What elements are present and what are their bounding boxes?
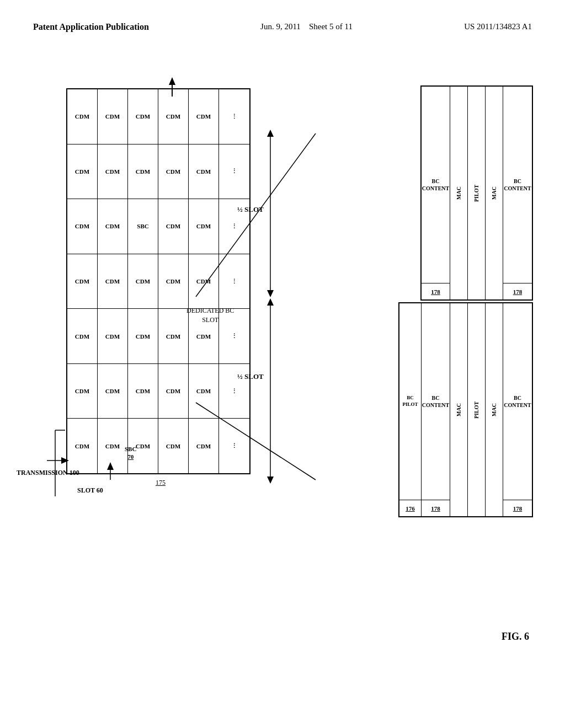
svg-marker-7 [267,130,274,137]
svg-marker-11 [267,477,274,484]
patent-number: US 2011/134823 A1 [464,22,532,31]
grid-col-2: CDM CDM CDM CDM CDM CDM CDM [98,89,128,473]
exp-bot-bc-content-2: BCCONTENT 178 [503,303,532,516]
cell-cdm-4-1: CDM [158,89,188,144]
exp-top-bc-content: BCCONTENT 178 [422,87,450,299]
expanded-bottom-slot: BCPILOT 176 BCCONTENT 178 MAC PILOT MAC … [398,302,533,517]
label-178-bot: 178 [422,500,450,516]
half-slot-bottom: ½ SLOT [237,372,264,381]
cell-cdm-5-6: CDM [189,364,218,419]
cell-cdm-1: CDM [67,89,97,144]
cell-cdm-3-2: CDM [128,144,158,200]
cell-sbc: SBC [128,199,158,254]
svg-marker-8 [267,290,274,297]
cell-cdm-2-3: CDM [98,199,127,254]
main-grid: CDM CDM CDM CDM CDM CDM CDM CDM CDM CDM … [66,88,250,474]
exp-top-bc-content-2: BCCONTENT 178 [503,87,532,299]
publication-date: Jun. 9, 2011 [260,22,301,31]
slot-60-label: SLOT 60 [77,486,103,494]
cell-dots-7: ⋮ [219,419,249,473]
exp-bot-bc-content: BCCONTENT 178 [422,303,450,516]
grid-col-sbc: CDM CDM SBC CDM CDM CDM CDM [128,89,158,473]
cell-cdm-3-5: CDM [128,309,158,364]
cell-cdm-3-1: CDM [128,89,158,144]
cell-cdm-4-2: CDM [158,144,188,200]
cell-cdm-5-3: CDM [189,199,218,254]
grid-col-5: CDM CDM CDM CDM CDM CDM CDM [189,89,219,473]
cell-cdm-2-7: CDM [98,419,127,473]
cell-cdm-5-2: CDM [189,144,218,200]
cell-cdm-5: CDM [67,309,97,364]
svg-marker-10 [267,298,274,306]
cell-cdm-5-7: CDM [189,419,218,473]
exp-bot-pilot: PILOT [468,303,486,516]
cell-cdm-2-1: CDM [98,89,127,144]
cell-cdm-4-4: CDM [158,254,188,309]
cell-dots-4: ⋮ [219,254,249,309]
svg-marker-1 [169,77,175,85]
cell-cdm-4: CDM [67,254,97,309]
cell-cdm-3-4: CDM [128,254,158,309]
grid-col-dots: ⋮ ⋮ ⋮ ⋮ ⋮ ⋮ ⋮ [219,89,249,473]
expanded-top-slot: BCCONTENT 178 MAC PILOT MAC BCCONTENT 17… [420,85,533,301]
grid-col-4: CDM CDM CDM CDM CDM CDM CDM [158,89,189,473]
sheet-info: Sheet 5 of 11 [309,22,353,31]
half-slot-top: ½ SLOT [237,205,264,214]
sbc-label: SBC70 [125,445,136,461]
grid-col-1: CDM CDM CDM CDM CDM CDM CDM [67,89,98,473]
cell-cdm-2-4: CDM [98,254,127,309]
cell-dots-2: ⋮ [219,144,249,200]
exp-bot-mac-2: MAC [486,303,503,516]
exp-top-mac-2: MAC [486,87,503,299]
exp-top-mac-1: MAC [450,87,468,299]
cell-cdm-4-3: CDM [158,199,188,254]
label-176: 176 [399,500,421,516]
cell-cdm-2-2: CDM [98,144,127,200]
exp-bot-bc-pilot: BCPILOT 176 [399,303,422,516]
cell-cdm-5-4: CDM [189,254,218,309]
cell-cdm-4-6: CDM [158,364,188,419]
header: Patent Application Publication Jun. 9, 2… [0,0,565,43]
label-178-bot2: 178 [503,500,532,516]
label-70: 70 [127,453,134,460]
cell-cdm-2: CDM [67,144,97,200]
label-178-top2: 178 [503,283,532,299]
exp-top-pilot: PILOT [468,87,486,299]
cell-dots-1: ⋮ [219,89,249,144]
cell-cdm-4-7: CDM [158,419,188,473]
cell-cdm-2-6: CDM [98,364,127,419]
exp-bot-mac-1: MAC [450,303,468,516]
cell-cdm-6: CDM [67,364,97,419]
publication-title: Patent Application Publication [33,22,149,32]
cell-cdm-7: CDM [67,419,97,473]
label-175: 175 [156,479,166,487]
cell-cdm-3: CDM [67,199,97,254]
header-center: Jun. 9, 2011 Sheet 5 of 11 [260,22,353,31]
cell-cdm-2-5: CDM [98,309,127,364]
cell-cdm-4-5: CDM [158,309,188,364]
cell-cdm-5-1: CDM [189,89,218,144]
label-178-top: 178 [422,283,450,299]
dedicated-bc-label: DEDICATED BCSLOT [186,306,234,325]
cell-cdm-3-6: CDM [128,364,158,419]
figure-label: FIG. 6 [502,631,529,643]
